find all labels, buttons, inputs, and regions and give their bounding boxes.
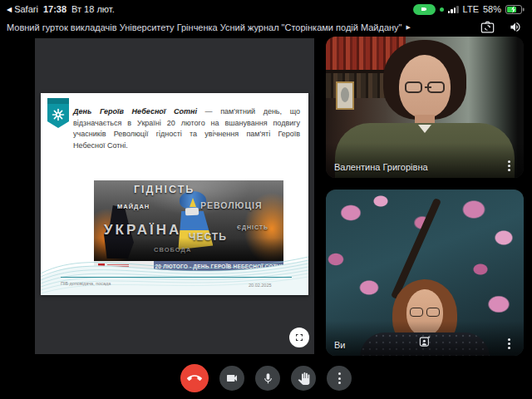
- tile-label-bar: Валентина Григорівна: [326, 143, 524, 178]
- slide-footer-date: 20.02.2025: [249, 283, 272, 288]
- more-options-button[interactable]: [327, 366, 352, 391]
- raise-hand-icon: [298, 372, 310, 385]
- organizer-logo: [98, 264, 105, 270]
- date-label: Вт 18 лют.: [71, 4, 115, 14]
- call-controls-bar: [180, 364, 352, 392]
- back-arrow-icon: ◀: [7, 6, 12, 13]
- mic-toggle-button[interactable]: [255, 366, 280, 391]
- ios-status-bar: ◀ Safari 17:38 Вт 18 лют. LTE 58%: [0, 0, 532, 18]
- raise-hand-button[interactable]: [291, 366, 316, 391]
- glasses-shape: [405, 81, 445, 93]
- photo-word: УКРАЇНА: [104, 222, 181, 239]
- effects-icon: [419, 335, 431, 347]
- camera-in-use-pill[interactable]: [413, 4, 436, 15]
- camera-flip-icon: [480, 21, 495, 33]
- slide-footer-speaker: ПІБ доповідача, посада: [61, 281, 111, 286]
- call-end-icon: [187, 371, 202, 386]
- visual-effects-button[interactable]: [419, 335, 431, 351]
- maidan-photo: ГІДНІСТЬ МАЙДАН РЕВОЛЮЦІЯ УКРАЇНА ЄДНІСТ…: [94, 180, 283, 272]
- videocam-icon: [225, 372, 239, 385]
- photo-word: МАЙДАН: [117, 203, 150, 210]
- picture-frame: [336, 81, 354, 110]
- tile-label-bar: Ви: [326, 321, 524, 356]
- battery-icon: [505, 5, 525, 14]
- glasses-shape: [410, 308, 440, 317]
- photo-word: ЄДНІСТЬ: [237, 224, 268, 230]
- organizer-logo-text: [107, 264, 129, 269]
- end-call-button[interactable]: [180, 364, 209, 392]
- university-logo: [47, 98, 69, 128]
- audio-output-button[interactable]: [509, 21, 522, 33]
- back-to-app-button[interactable]: ◀ Safari: [7, 4, 38, 14]
- maidan-photo-image: ГІДНІСТЬ МАЙДАН РЕВОЛЮЦІЯ УКРАЇНА ЄДНІСТ…: [94, 180, 283, 261]
- participant-menu-button[interactable]: [502, 159, 515, 172]
- photo-word: ЧЕСТЬ: [189, 231, 227, 243]
- meeting-title-bar: Мовний гурток викладачів Університету Гр…: [0, 18, 532, 37]
- organizer-logo-block: [94, 261, 154, 272]
- cellular-signal-icon: [448, 6, 459, 13]
- slide-paragraph-lead: День Героїв Небесної Сотні: [73, 107, 197, 116]
- participant-tile-valentyna[interactable]: Валентина Григорівна: [326, 37, 524, 178]
- camera-toggle-button[interactable]: [219, 366, 244, 391]
- photo-word: СВОБОДА: [154, 246, 191, 254]
- photo-caption: 20 ЛЮТОГО - ДЕНЬ ГЕРОЇВ НЕБЕСНОЇ СОТНІ: [154, 261, 283, 272]
- expand-presentation-button[interactable]: [289, 328, 309, 347]
- slide-footer-rule: [61, 277, 292, 278]
- recording-dot: [440, 7, 444, 12]
- microphone-icon: [262, 372, 274, 385]
- network-type-label: LTE: [463, 4, 479, 14]
- photo-word: ГІДНІСТЬ: [134, 184, 195, 195]
- participant-name-label: Валентина Григорівна: [334, 162, 428, 172]
- videocam-icon: [420, 6, 428, 12]
- back-app-label: Safari: [14, 4, 38, 14]
- shared-screen-area[interactable]: День Героїв Небесної Сотні — пам'ятний д…: [35, 38, 314, 354]
- speaker-icon: [509, 21, 522, 33]
- battery-percent-label: 58%: [483, 4, 501, 14]
- more-vert-icon: [338, 372, 341, 384]
- presentation-slide: День Героїв Небесної Сотні — пам'ятний д…: [41, 93, 308, 295]
- slide-paragraph: День Героїв Небесної Сотні — пам'ятний д…: [73, 106, 300, 151]
- photo-word: РЕВОЛЮЦІЯ: [200, 200, 263, 210]
- switch-camera-button[interactable]: [480, 21, 495, 33]
- self-name-label: Ви: [334, 340, 345, 350]
- fullscreen-icon: [294, 332, 304, 342]
- meeting-details-caret-icon[interactable]: ▶: [406, 24, 411, 31]
- self-menu-button[interactable]: [502, 337, 515, 350]
- meeting-title: Мовний гурток викладачів Університету Гр…: [7, 22, 402, 32]
- self-view-tile[interactable]: Ви: [326, 190, 524, 356]
- photo-caption-bar: 20 ЛЮТОГО - ДЕНЬ ГЕРОЇВ НЕБЕСНОЇ СОТНІ: [94, 261, 283, 272]
- clock-label: 17:38: [43, 4, 66, 14]
- face-mask-shape: [185, 208, 199, 216]
